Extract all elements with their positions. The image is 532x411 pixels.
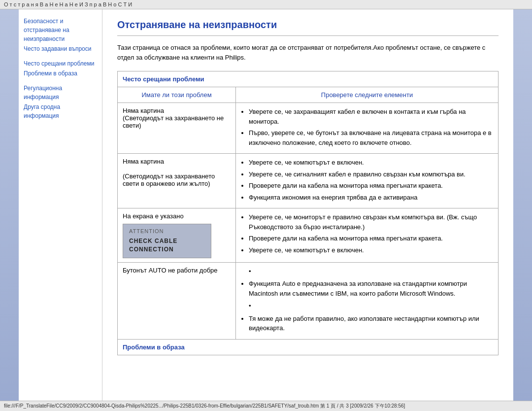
bottom-bar: file:///F/P_TranslateFile/CC9/2009/2/CC9…	[0, 401, 532, 411]
left-accent	[0, 9, 19, 401]
title-text: О т с т р а н я В а Н е Н а Н е И З п р …	[4, 1, 132, 7]
sidebar-link-safety[interactable]: Безопасност и отстраняване на неизправно…	[24, 17, 97, 43]
problem-cell-2: Няма картина (Светодиодът на захранванет…	[118, 154, 236, 208]
page-title: Отстраняване на неизправности	[117, 19, 499, 31]
problem-cell-1: Няма картина(Светодиодът на захранването…	[118, 103, 236, 154]
table-row: На екрана е указано ATTENTION CHECK CABL…	[118, 208, 499, 263]
solution-cell-2: Уверете се, че компютърът е включен. Уве…	[236, 154, 499, 208]
list-item: Уверете се, че захранващият кабел е вклю…	[249, 107, 493, 126]
main-table: Често срещани проблеми Имате ли този про…	[117, 71, 499, 355]
list-item: Уверете се, че сигналният кабел е правил…	[249, 170, 493, 179]
sidebar-group-2: Често срещани проблеми Проблеми в образа	[24, 59, 97, 78]
list-item: Проверете дали на кабела на монитора ням…	[249, 234, 493, 243]
sidebar-link-faq[interactable]: Често задавани въпроси	[24, 44, 97, 53]
solution-cell-4: • Функцията Auto е предназначена за изпо…	[236, 262, 499, 339]
table-row: Няма картина(Светодиодът на захранването…	[118, 103, 499, 154]
col-header-problem: Имате ли този проблем	[118, 87, 236, 103]
problem-cell-3: На екрана е указано ATTENTION CHECK CABL…	[118, 208, 236, 263]
list-item: •	[249, 301, 493, 311]
list-item: •	[249, 267, 493, 276]
table-row-section2: Проблеми в образа	[118, 339, 499, 355]
attention-message: CHECK CABLE CONNECTION	[129, 237, 205, 254]
title-divider	[117, 35, 499, 36]
intro-text: Тази страница се отнася за проблеми, кои…	[117, 43, 499, 62]
list-item: Първо, уверете се, че бутонът за включва…	[249, 128, 493, 147]
attention-label: ATTENTION	[129, 228, 205, 234]
list-item: Тя може да не работи правилно, ако изпол…	[249, 314, 493, 333]
section-header-common: Често срещани проблеми	[118, 71, 499, 87]
col-header-solution: Проверете следните елементи	[236, 87, 499, 103]
title-bar: О т с т р а н я В а Н е Н а Н е И З п р …	[0, 0, 532, 9]
attention-box: ATTENTION CHECK CABLE CONNECTION	[123, 224, 211, 258]
list-item: Функцията икономия на енергия трябва да …	[249, 193, 493, 203]
bottom-bar-text: file:///F/P_TranslateFile/CC9/2009/2/CC9…	[4, 403, 405, 409]
sidebar-group-1: Безопасност и отстраняване на неизправно…	[24, 17, 97, 53]
list-item: Уверете се, че мониторът е правилно свър…	[249, 212, 493, 232]
right-accent	[513, 9, 532, 401]
solution-cell-1: Уверете се, че захранващият кабел е вклю…	[236, 103, 499, 154]
problem-cell-4: Бутонът AUTO не работи добре	[118, 262, 236, 339]
sidebar-link-related[interactable]: Друга сродна информация	[24, 103, 97, 120]
content-area: Отстраняване на неизправности Тази стран…	[102, 9, 513, 401]
table-row: Няма картина (Светодиодът на захранванет…	[118, 154, 499, 208]
list-item: Функцията Auto е предназначена за използ…	[249, 279, 493, 298]
sidebar-link-common-problems[interactable]: Често срещани проблеми	[24, 59, 97, 68]
solution-cell-3: Уверете се, че мониторът е правилно свър…	[236, 208, 499, 263]
list-item: Проверете дали на кабела на монитора ням…	[249, 181, 493, 191]
sidebar: Безопасност и отстраняване на неизправно…	[19, 9, 102, 401]
sidebar-link-regulatory[interactable]: Регулационна информация	[24, 84, 97, 102]
section-header-image: Проблеми в образа	[118, 339, 499, 355]
list-item: Уверете се, че компютърът е включен.	[249, 245, 493, 255]
table-row: Бутонът AUTO не работи добре • Функцията…	[118, 262, 499, 339]
sidebar-group-3: Регулационна информация Друга сродна инф…	[24, 84, 97, 120]
list-item: Уверете се, че компютърът е включен.	[249, 158, 493, 168]
sidebar-link-image-problems[interactable]: Проблеми в образа	[24, 69, 97, 78]
